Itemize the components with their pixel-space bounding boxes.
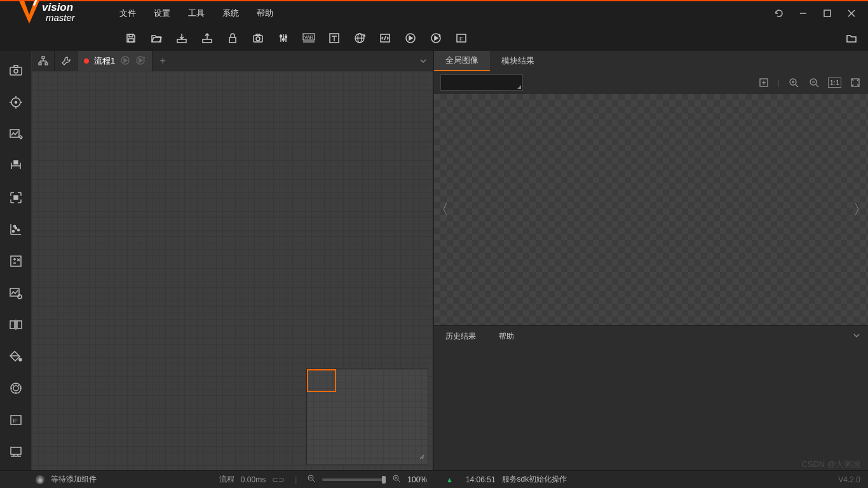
left-sidebar: IF — [0, 51, 32, 470]
variable-icon[interactable]: VAR — [302, 32, 315, 44]
tab-history-result[interactable]: 历史结果 — [434, 326, 487, 348]
svg-point-20 — [285, 36, 287, 38]
menu-file[interactable]: 文件 — [119, 8, 136, 19]
next-image-icon[interactable]: 〉 — [853, 197, 868, 222]
image-edit-tool-icon[interactable] — [8, 127, 24, 141]
open-folder-icon[interactable] — [150, 32, 163, 44]
tab-play-loop-icon[interactable] — [135, 55, 146, 67]
close-button[interactable] — [846, 8, 857, 18]
collapse-bottom-icon[interactable] — [853, 332, 868, 341]
monitor-tool-icon[interactable] — [8, 445, 24, 459]
zoom-1to1-button[interactable]: 1:1 — [828, 78, 841, 88]
fill-tool-icon[interactable] — [8, 349, 24, 363]
flow-timing-label: 流程 — [219, 474, 234, 485]
flow-tab-label: 流程1 — [94, 55, 115, 67]
play-repeat-icon[interactable] — [430, 32, 442, 44]
svg-point-50 — [12, 231, 14, 233]
zoom-out-small-icon[interactable] — [307, 474, 316, 485]
front-panel-icon[interactable]: F — [455, 32, 468, 44]
flow-tab-dropdown-icon[interactable] — [413, 57, 433, 65]
menu-system[interactable]: 系统 — [222, 8, 239, 19]
zoom-percent: 100% — [407, 475, 433, 484]
svg-point-61 — [18, 295, 22, 299]
image-source-dropdown[interactable] — [440, 74, 523, 91]
open-folder-right-icon[interactable] — [845, 32, 858, 44]
right-bottom-content — [434, 347, 868, 470]
svg-point-67 — [13, 386, 18, 391]
minimap-viewport[interactable] — [307, 369, 336, 392]
add-view-icon[interactable] — [757, 76, 770, 89]
viewer-toolbar: | 1:1 — [434, 71, 868, 94]
image-settings-tool-icon[interactable] — [8, 286, 24, 300]
zoom-in-icon[interactable] — [787, 76, 800, 89]
add-flow-tab-button[interactable]: + — [153, 55, 173, 67]
title-bar: vision master 文件 设置 工具 系统 帮助 — [0, 1, 868, 25]
menu-settings[interactable]: 设置 — [154, 8, 170, 19]
svg-rect-47 — [14, 196, 18, 200]
compare-tool-icon[interactable] — [8, 318, 24, 332]
selection-tool-icon[interactable] — [8, 191, 24, 205]
save-icon[interactable] — [125, 32, 137, 44]
import-icon[interactable] — [175, 32, 188, 44]
maximize-button[interactable] — [822, 8, 832, 18]
image-viewer[interactable]: 〈 〉 — [434, 94, 868, 325]
flow-canvas[interactable] — [32, 71, 433, 470]
svg-line-87 — [796, 85, 798, 87]
tab-module-result[interactable]: 模块结果 — [490, 51, 546, 71]
svg-line-95 — [313, 480, 315, 482]
status-hint-text: 等待添加组件 — [51, 474, 97, 485]
flow-tab-1[interactable]: 流程1 — [78, 51, 153, 71]
play-icon[interactable] — [404, 32, 417, 44]
main-toolbar: VAR F — [0, 25, 868, 51]
minimap[interactable] — [306, 369, 428, 465]
fit-screen-icon[interactable] — [849, 76, 862, 89]
calc-tool-icon[interactable] — [8, 254, 24, 268]
lock-icon[interactable] — [226, 32, 239, 44]
export-icon[interactable] — [201, 32, 214, 44]
svg-rect-70 — [11, 447, 21, 454]
tab-help[interactable]: 帮助 — [487, 326, 526, 348]
menu-tools[interactable]: 工具 — [188, 8, 205, 19]
code-icon[interactable] — [379, 32, 391, 44]
zoom-slider[interactable] — [322, 478, 386, 481]
svg-rect-10 — [203, 39, 212, 43]
minimap-resize-icon[interactable] — [419, 453, 425, 462]
status-time: 14:06:51 — [459, 475, 496, 484]
version-label: V4.2.0 — [838, 475, 860, 484]
text-tool-icon[interactable] — [328, 32, 341, 44]
svg-point-13 — [256, 37, 260, 41]
globe-icon[interactable] — [353, 32, 366, 44]
zoom-in-small-icon[interactable] — [392, 474, 401, 485]
flow-wrench-icon[interactable] — [55, 51, 78, 71]
svg-rect-62 — [10, 321, 15, 329]
condition-tool-icon[interactable]: IF — [8, 413, 24, 427]
tab-global-image[interactable]: 全局图像 — [434, 51, 490, 71]
refresh-icon[interactable] — [774, 8, 784, 18]
svg-rect-46 — [14, 161, 18, 164]
svg-rect-8 — [128, 39, 133, 42]
caliper-tool-icon[interactable] — [8, 159, 24, 173]
hint-bulb-icon: ◉ — [36, 475, 44, 484]
camera-icon[interactable] — [252, 32, 264, 44]
minimize-button[interactable] — [798, 8, 808, 18]
svg-point-19 — [283, 39, 285, 41]
svg-point-53 — [13, 226, 15, 227]
zoom-out-icon[interactable] — [808, 76, 820, 89]
svg-rect-9 — [177, 39, 186, 43]
menu-help[interactable]: 帮助 — [257, 8, 273, 19]
sliders-icon[interactable] — [277, 32, 290, 44]
flow-tree-icon[interactable] — [32, 51, 55, 71]
svg-rect-74 — [42, 57, 44, 58]
target-tool-icon[interactable] — [8, 95, 24, 109]
camera-tool-icon[interactable] — [8, 64, 24, 78]
tab-play-icon[interactable] — [120, 55, 130, 67]
svg-text:IF: IF — [13, 417, 18, 424]
gauge-tool-icon[interactable] — [8, 381, 24, 395]
prev-image-icon[interactable]: 〈 — [434, 197, 449, 222]
right-bottom-tabs: 历史结果 帮助 — [434, 325, 868, 347]
svg-rect-33 — [10, 67, 22, 75]
svg-text:master: master — [46, 12, 76, 23]
right-panel-tabs: 全局图像 模块结果 — [434, 51, 868, 71]
status-bar: ◉ 等待添加组件 流程 0.00ms ⊂⊃ | 100% ▲ 14:06:51 … — [0, 470, 868, 488]
scatter-tool-icon[interactable] — [8, 222, 24, 236]
